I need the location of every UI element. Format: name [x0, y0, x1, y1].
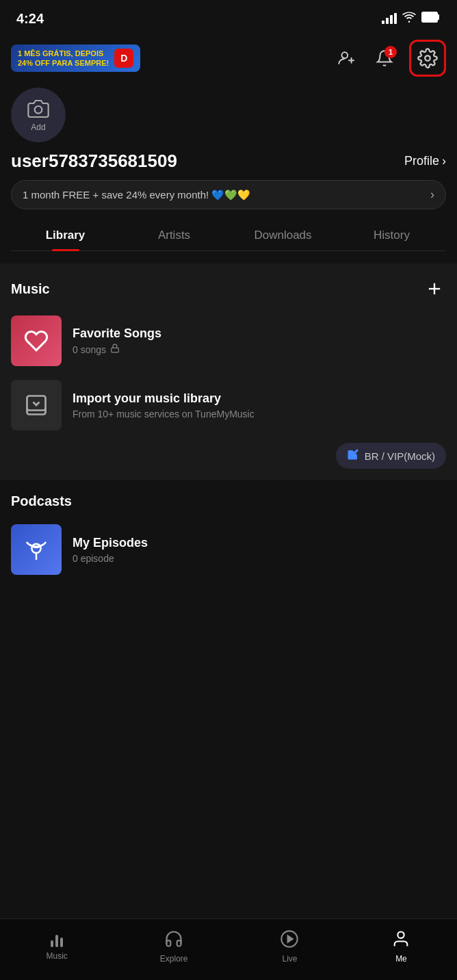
- promo-chevron-icon: ›: [430, 188, 434, 202]
- vip-badge-container: BR / VIP(Mock): [0, 437, 457, 480]
- top-header: 1 MÊS GRÁTIS, DEPOIS 24% OFF PARA SEMPRE…: [0, 34, 457, 82]
- bottom-nav: Music Explore Live Me: [0, 918, 457, 980]
- notification-badge: 1: [384, 46, 397, 58]
- music-section-title: Music: [11, 281, 50, 297]
- svg-rect-1: [423, 13, 433, 21]
- add-music-button[interactable]: [423, 277, 446, 300]
- nav-me-label: Me: [395, 954, 407, 964]
- my-episodes-thumbnail: [11, 524, 62, 575]
- svg-point-5: [425, 55, 430, 61]
- person-icon: [391, 929, 410, 951]
- music-bars-icon: [51, 932, 63, 949]
- profile-link-button[interactable]: Profile ›: [404, 154, 446, 168]
- tab-library[interactable]: Library: [11, 220, 120, 250]
- tab-history[interactable]: History: [337, 220, 446, 250]
- my-episodes-title: My Episodes: [73, 536, 446, 550]
- import-icon: [24, 393, 49, 417]
- status-icons: [382, 12, 441, 25]
- avatar-upload-button[interactable]: Add: [11, 88, 66, 142]
- ad-text-block: 1 MÊS GRÁTIS, DEPOIS 24% OFF PARA SEMPRE…: [18, 49, 109, 68]
- status-time: 4:24: [16, 11, 44, 27]
- tab-downloads[interactable]: Downloads: [228, 220, 337, 250]
- add-friend-button[interactable]: [332, 44, 360, 72]
- add-friend-icon: [337, 49, 355, 67]
- svg-rect-9: [112, 348, 119, 352]
- ad-logo: D: [114, 49, 133, 68]
- vip-badge-label: BR / VIP(Mock): [365, 450, 435, 462]
- profile-section: Add user5783735681509 Profile › 1 month …: [0, 82, 457, 262]
- nav-live-label: Live: [282, 954, 297, 964]
- music-section: Music Favorite Songs 0 songs: [0, 263, 457, 480]
- nav-music-label: Music: [46, 951, 67, 961]
- plus-icon: [425, 279, 444, 298]
- profile-link-label: Profile: [404, 154, 439, 168]
- svg-point-14: [398, 931, 404, 938]
- tab-artists[interactable]: Artists: [120, 220, 228, 250]
- podcasts-section: Podcasts My Episodes 0 episode: [0, 480, 457, 595]
- live-play-icon: [280, 929, 299, 951]
- promo-emojis: 💙💚💛: [211, 189, 250, 201]
- username-row: user5783735681509 Profile ›: [11, 151, 446, 172]
- favorite-songs-thumbnail: [11, 315, 62, 366]
- edit-pencil-icon: [347, 448, 359, 463]
- import-music-subtitle: From 10+ music services on TuneMyMusic: [73, 409, 446, 420]
- svg-point-11: [31, 544, 40, 553]
- vip-badge-button[interactable]: BR / VIP(Mock): [336, 443, 446, 469]
- svg-marker-13: [288, 936, 293, 942]
- favorite-songs-info: Favorite Songs 0 songs: [73, 326, 446, 355]
- heart-icon: [24, 328, 49, 353]
- music-section-header: Music: [0, 263, 457, 309]
- podcasts-section-header: Podcasts: [0, 480, 457, 517]
- ad-text-line2: 24% OFF PARA SEMPRE!: [18, 58, 109, 68]
- my-episodes-info: My Episodes 0 episode: [73, 536, 446, 564]
- username-display: user5783735681509: [11, 151, 177, 172]
- settings-button[interactable]: [409, 40, 446, 77]
- nav-music[interactable]: Music: [29, 929, 83, 964]
- nav-explore[interactable]: Explore: [144, 927, 205, 966]
- svg-point-2: [342, 52, 348, 58]
- svg-rect-10: [27, 396, 46, 411]
- ad-text-line1: 1 MÊS GRÁTIS, DEPOIS: [18, 49, 109, 58]
- favorite-songs-item[interactable]: Favorite Songs 0 songs: [0, 309, 457, 373]
- signal-icon: [382, 13, 397, 24]
- profile-chevron-icon: ›: [442, 154, 446, 168]
- import-music-title: Import your music library: [73, 391, 446, 406]
- ad-banner[interactable]: 1 MÊS GRÁTIS, DEPOIS 24% OFF PARA SEMPRE…: [11, 44, 140, 73]
- podcast-icon: [23, 536, 50, 563]
- lock-icon: [110, 344, 120, 355]
- favorite-songs-title: Favorite Songs: [73, 326, 446, 341]
- status-bar: 4:24: [0, 0, 457, 34]
- import-music-thumbnail: [11, 380, 62, 430]
- nav-me[interactable]: Me: [375, 927, 427, 966]
- promo-text: 1 month FREE + save 24% every month! 💙💚💛: [23, 189, 250, 201]
- import-music-info: Import your music library From 10+ music…: [73, 391, 446, 420]
- podcasts-section-title: Podcasts: [11, 493, 72, 509]
- favorite-songs-subtitle: 0 songs: [73, 344, 446, 355]
- import-music-item[interactable]: Import your music library From 10+ music…: [0, 373, 457, 437]
- my-episodes-item[interactable]: My Episodes 0 episode: [0, 517, 457, 582]
- my-episodes-subtitle: 0 episode: [73, 553, 446, 564]
- nav-explore-label: Explore: [160, 954, 188, 964]
- nav-live[interactable]: Live: [263, 927, 315, 966]
- promo-banner[interactable]: 1 month FREE + save 24% every month! 💙💚💛…: [11, 180, 446, 209]
- notifications-button[interactable]: 1: [371, 44, 398, 72]
- library-tabs: Library Artists Downloads History: [11, 220, 446, 251]
- camera-icon: [27, 98, 49, 120]
- battery-icon: [421, 12, 441, 25]
- avatar-add-label: Add: [31, 122, 45, 132]
- settings-gear-icon: [417, 48, 438, 68]
- wifi-icon: [402, 12, 416, 25]
- headphones-icon: [164, 929, 183, 951]
- svg-point-6: [35, 106, 42, 114]
